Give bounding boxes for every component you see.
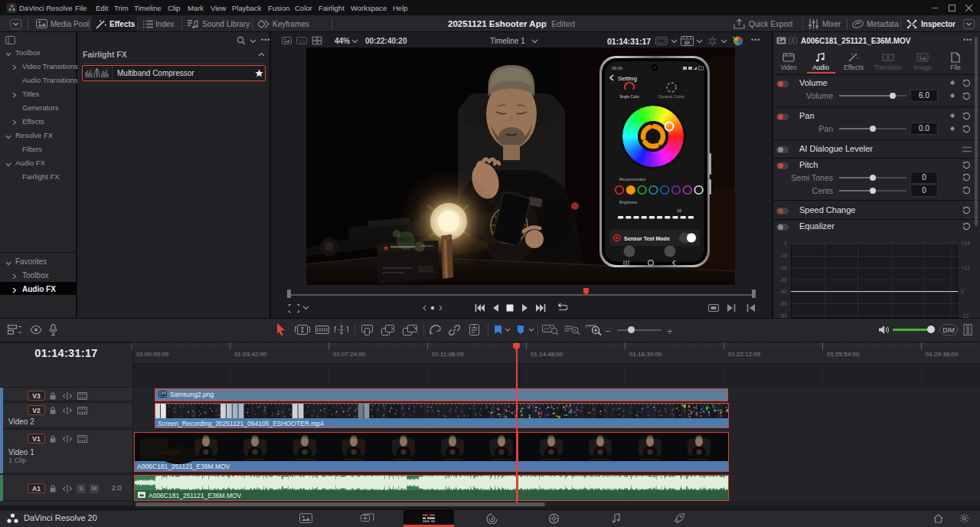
svg-text:10: 10 [677,208,681,213]
svg-text:Single Color: Single Color [619,95,640,99]
svg-text:101: 101 [298,39,305,44]
svg-text:09:00: 09:00 [612,66,622,70]
svg-text:Setting: Setting [618,75,637,82]
svg-text:HQ: HQ [685,41,690,44]
svg-text:Sensor Test Mode: Sensor Test Mode [624,236,670,241]
svg-text:Brightness: Brightness [619,200,638,205]
svg-text:Dynamic Colors: Dynamic Colors [658,95,684,99]
svg-text:Recommended: Recommended [619,177,645,182]
